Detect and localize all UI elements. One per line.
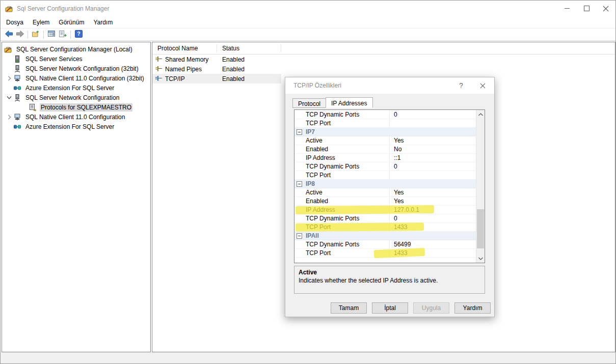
tree-item-sql-server-network-configuration[interactable]: SQL Server Network Configuration [2,93,150,102]
window-titlebar: Sql Server Configuration Manager [1,1,615,16]
tab-protocol[interactable]: Protocol [292,98,326,108]
server-services-icon [13,55,22,63]
maximize-button[interactable] [577,1,596,16]
network-config-icon [13,65,22,73]
chevron-right-icon[interactable] [5,76,13,81]
tree-item-protocols-for-sqlexpmaestro[interactable]: Protocols for SQLEXPMAESTRO [2,102,150,112]
grid-row-tcp-dynamic-ports[interactable]: TCP Dynamic Ports0 [294,214,476,223]
protocol-status: Enabled [217,56,245,63]
grid-row-tcp-dynamic-ports[interactable]: TCP Dynamic Ports0 [294,110,476,119]
property-value[interactable]: Yes [389,188,476,197]
maximize-icon [584,6,590,11]
grid-row-tcp-port[interactable]: TCP Port1433 [294,249,476,258]
tree-item-sql-server-services[interactable]: SQL Server Services [2,54,150,64]
tree-item-azure-extension-for-sql-server[interactable]: Azure Extension For SQL Server [2,83,150,93]
show-tree-button[interactable] [30,30,41,40]
scrollbar-down-icon[interactable] [476,254,485,263]
close-button[interactable] [596,1,615,16]
export-list-button[interactable] [57,30,68,40]
tree-item-label: SQL Native Client 11.0 Configuration (32… [24,74,145,82]
grid-row-ip-address[interactable]: IP Address::1 [294,154,476,162]
collapse-icon[interactable] [294,129,304,135]
ip-addresses-property-grid: TCP Dynamic Ports0TCP PortIP7ActiveYesEn… [294,109,485,263]
grid-row-tcp-dynamic-ports[interactable]: TCP Dynamic Ports56499 [294,240,476,249]
property-value[interactable]: Yes [389,136,476,145]
tree-item-sql-server-network-configuration-32bit[interactable]: SQL Server Network Configuration (32bit) [2,64,150,73]
native-client-icon [13,113,22,121]
export-list-icon [59,30,67,39]
property-value[interactable]: 1433 [389,249,476,257]
app-icon [5,5,13,13]
help-button[interactable]: ? [73,30,84,40]
property-value[interactable] [389,171,476,179]
column-header-status[interactable]: Status [217,42,281,54]
uygula-button[interactable]: Uygula [413,302,449,314]
protocol-row-shared-memory[interactable]: Shared MemoryEnabled [152,54,281,64]
menu-item-g-r-n-m[interactable]: Görünüm [54,17,89,27]
menu-item-yard-m[interactable]: Yardım [89,17,117,27]
forward-button[interactable] [14,30,25,40]
grid-row-tcp-port[interactable]: TCP Port [294,171,476,180]
property-description-text: Indicates whether the selected IP Addres… [299,277,480,284]
property-name: Active [304,189,389,196]
grid-row-tcp-port[interactable]: TCP Port [294,119,476,128]
dialog-title: TCP/IP Özellikleri [293,82,341,89]
grid-row-tcp-dynamic-ports[interactable]: TCP Dynamic Ports0 [294,162,476,171]
protocol-name: Named Pipes [165,66,217,73]
grid-row-active[interactable]: ActiveYes [294,188,476,197]
properties-window-button[interactable] [46,30,57,40]
property-value[interactable]: 0 [389,110,476,119]
tamam-button[interactable]: Tamam [331,302,367,314]
scrollbar-up-icon[interactable] [476,110,485,119]
grid-section-ip7[interactable]: IP7 [294,128,476,136]
forward-icon [16,30,24,39]
dialog-help-button[interactable]: ? [452,77,470,94]
tree-item-azure-extension-for-sql-server[interactable]: Azure Extension For SQL Server [2,122,150,131]
protocol-row-tcp-ip[interactable]: TCP/IPEnabled [152,74,281,83]
collapse-icon[interactable] [294,233,304,239]
scrollbar-thumb[interactable] [477,209,484,248]
property-value[interactable] [389,119,476,127]
property-description-box: Active Indicates whether the selected IP… [294,266,485,294]
property-value[interactable]: 127.0.0.1 [389,206,476,214]
property-value[interactable]: No [389,145,476,153]
chevron-down-icon[interactable] [5,96,13,99]
menu-item-eylem[interactable]: Eylem [28,17,54,27]
tree-item-sql-native-client-11-0-configuration[interactable]: SQL Native Client 11.0 Configuration [2,112,150,122]
menu-item-dosya[interactable]: Dosya [2,17,28,27]
grid-row-enabled[interactable]: EnabledNo [294,145,476,154]
tree-item-sql-native-client-11-0-configuration-32bit[interactable]: SQL Native Client 11.0 Configuration (32… [2,73,150,83]
grid-row-ip-address[interactable]: IP Address127.0.0.1 [294,206,476,214]
property-name: IP8 [304,180,477,187]
grid-row-enabled[interactable]: EnabledYes [294,197,476,206]
grid-section-ipall[interactable]: IPAll [294,232,476,240]
dialog-buttons: TamamİptalUygulaYardım [285,302,494,314]
tab-ip-addresses[interactable]: IP Addresses [326,97,373,108]
property-name: IP7 [304,128,477,135]
back-button[interactable] [3,30,14,40]
tree-item-sql-server-configuration-manager-local[interactable]: SQL Server Configuration Manager (Local) [2,44,150,54]
grid-row-active[interactable]: ActiveYes [294,136,476,145]
grid-scrollbar[interactable] [476,110,485,263]
protocol-row-named-pipes[interactable]: Named PipesEnabled [152,64,281,74]
dialog-close-button[interactable] [474,77,491,94]
minimize-button[interactable] [557,1,577,16]
property-description-title: Active [299,269,480,276]
property-value[interactable]: Yes [389,197,476,205]
toolbar: ? [1,28,615,41]
property-value[interactable]: 0 [389,162,476,171]
property-value[interactable]: ::1 [389,154,476,162]
native-client-icon [13,74,22,82]
property-value[interactable]: 56499 [389,240,476,248]
chevron-right-icon[interactable] [5,115,13,120]
property-value[interactable]: 1433 [389,223,476,231]
yardım-button[interactable]: Yardım [454,302,491,314]
i-ptal-button[interactable]: İptal [372,302,408,314]
grid-section-ip8[interactable]: IP8 [294,180,476,188]
property-value[interactable]: 0 [389,214,476,222]
tree-item-label: SQL Server Configuration Manager (Local) [15,45,133,53]
tree-item-label: SQL Server Network Configuration [24,94,120,102]
column-header-protocol-name[interactable]: Protocol Name [152,42,217,54]
collapse-icon[interactable] [294,181,304,187]
grid-row-tcp-port[interactable]: TCP Port1433 [294,223,476,232]
